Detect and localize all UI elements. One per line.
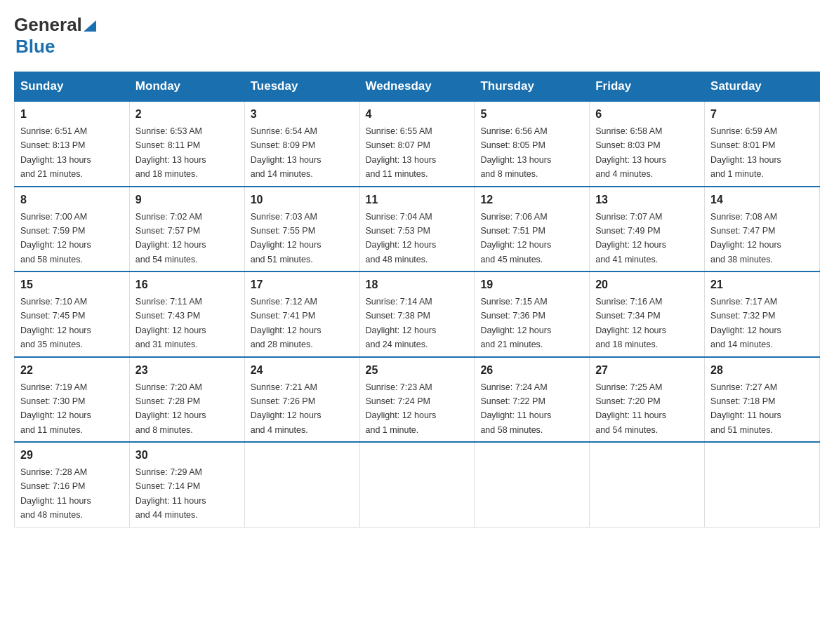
- day-info: Sunrise: 7:19 AMSunset: 7:30 PMDaylight:…: [20, 382, 91, 435]
- calendar-cell: 20 Sunrise: 7:16 AMSunset: 7:34 PMDaylig…: [590, 271, 705, 357]
- calendar-header-monday: Monday: [129, 72, 244, 102]
- day-info: Sunrise: 7:27 AMSunset: 7:18 PMDaylight:…: [710, 382, 781, 435]
- day-number: 17: [251, 276, 354, 293]
- day-info: Sunrise: 7:28 AMSunset: 7:16 PMDaylight:…: [20, 467, 91, 520]
- calendar-cell: 9 Sunrise: 7:02 AMSunset: 7:57 PMDayligh…: [129, 187, 244, 272]
- calendar-cell: [590, 442, 705, 527]
- day-number: 13: [595, 192, 699, 208]
- calendar-cell: 5 Sunrise: 6:56 AMSunset: 8:05 PMDayligh…: [475, 101, 590, 187]
- day-number: 27: [595, 362, 699, 379]
- day-info: Sunrise: 6:55 AMSunset: 8:07 PMDaylight:…: [366, 126, 437, 179]
- day-info: Sunrise: 7:11 AMSunset: 7:43 PMDaylight:…: [135, 297, 206, 349]
- calendar-cell: 29 Sunrise: 7:28 AMSunset: 7:16 PMDaylig…: [15, 442, 130, 527]
- logo-triangle-icon: [82, 18, 98, 33]
- day-number: 22: [20, 362, 124, 379]
- calendar-cell: 12 Sunrise: 7:06 AMSunset: 7:51 PMDaylig…: [475, 187, 590, 272]
- day-number: 23: [135, 362, 239, 379]
- calendar-header-tuesday: Tuesday: [244, 72, 359, 102]
- day-number: 28: [710, 362, 814, 379]
- day-info: Sunrise: 7:24 AMSunset: 7:22 PMDaylight:…: [480, 382, 551, 435]
- day-number: 16: [135, 276, 239, 293]
- calendar-cell: [359, 442, 475, 527]
- calendar-cell: 26 Sunrise: 7:24 AMSunset: 7:22 PMDaylig…: [475, 357, 590, 443]
- calendar-cell: 30 Sunrise: 7:29 AMSunset: 7:14 PMDaylig…: [129, 442, 244, 527]
- logo-wordmark: General Blue: [14, 14, 98, 58]
- logo: General Blue: [14, 14, 98, 58]
- day-info: Sunrise: 7:12 AMSunset: 7:41 PMDaylight:…: [251, 297, 322, 349]
- day-info: Sunrise: 7:23 AMSunset: 7:24 PMDaylight:…: [366, 382, 437, 435]
- calendar-cell: 11 Sunrise: 7:04 AMSunset: 7:53 PMDaylig…: [359, 187, 475, 272]
- calendar-cell: 15 Sunrise: 7:10 AMSunset: 7:45 PMDaylig…: [15, 271, 130, 357]
- logo-blue: Blue: [15, 36, 55, 57]
- calendar-cell: 14 Sunrise: 7:08 AMSunset: 7:47 PMDaylig…: [705, 187, 820, 272]
- day-number: 12: [480, 192, 583, 208]
- calendar-cell: 16 Sunrise: 7:11 AMSunset: 7:43 PMDaylig…: [129, 271, 244, 357]
- calendar-header-thursday: Thursday: [475, 72, 590, 102]
- day-number: 11: [366, 192, 469, 208]
- day-info: Sunrise: 7:06 AMSunset: 7:51 PMDaylight:…: [480, 212, 551, 264]
- calendar-cell: [475, 442, 590, 527]
- day-info: Sunrise: 7:29 AMSunset: 7:14 PMDaylight:…: [135, 467, 206, 520]
- calendar-cell: 13 Sunrise: 7:07 AMSunset: 7:49 PMDaylig…: [590, 187, 705, 272]
- calendar-cell: 27 Sunrise: 7:25 AMSunset: 7:20 PMDaylig…: [590, 357, 705, 443]
- day-info: Sunrise: 7:25 AMSunset: 7:20 PMDaylight:…: [595, 382, 666, 435]
- day-number: 18: [366, 276, 469, 293]
- day-number: 1: [20, 106, 124, 123]
- day-number: 24: [251, 362, 354, 379]
- calendar-week-row: 29 Sunrise: 7:28 AMSunset: 7:16 PMDaylig…: [15, 442, 820, 527]
- calendar-cell: 1 Sunrise: 6:51 AMSunset: 8:13 PMDayligh…: [15, 101, 130, 187]
- calendar-week-row: 15 Sunrise: 7:10 AMSunset: 7:45 PMDaylig…: [15, 271, 820, 357]
- day-number: 6: [595, 106, 699, 123]
- logo-general: General: [14, 14, 82, 36]
- day-number: 14: [710, 192, 814, 208]
- day-info: Sunrise: 6:56 AMSunset: 8:05 PMDaylight:…: [480, 126, 551, 179]
- day-info: Sunrise: 7:17 AMSunset: 7:32 PMDaylight:…: [710, 297, 781, 349]
- day-number: 25: [366, 362, 469, 379]
- calendar-cell: 25 Sunrise: 7:23 AMSunset: 7:24 PMDaylig…: [359, 357, 475, 443]
- calendar-cell: 2 Sunrise: 6:53 AMSunset: 8:11 PMDayligh…: [129, 101, 244, 187]
- day-info: Sunrise: 6:54 AMSunset: 8:09 PMDaylight:…: [251, 126, 322, 179]
- day-info: Sunrise: 7:21 AMSunset: 7:26 PMDaylight:…: [251, 382, 322, 435]
- day-number: 2: [135, 106, 239, 123]
- calendar-cell: 3 Sunrise: 6:54 AMSunset: 8:09 PMDayligh…: [244, 101, 359, 187]
- day-info: Sunrise: 6:51 AMSunset: 8:13 PMDaylight:…: [20, 126, 91, 179]
- calendar-header-wednesday: Wednesday: [359, 72, 475, 102]
- calendar-cell: 22 Sunrise: 7:19 AMSunset: 7:30 PMDaylig…: [15, 357, 130, 443]
- day-info: Sunrise: 7:15 AMSunset: 7:36 PMDaylight:…: [480, 297, 551, 349]
- day-info: Sunrise: 7:14 AMSunset: 7:38 PMDaylight:…: [366, 297, 437, 349]
- day-number: 10: [251, 192, 354, 208]
- day-number: 29: [20, 447, 124, 464]
- calendar-cell: 4 Sunrise: 6:55 AMSunset: 8:07 PMDayligh…: [359, 101, 475, 187]
- calendar-cell: 6 Sunrise: 6:58 AMSunset: 8:03 PMDayligh…: [590, 101, 705, 187]
- calendar-cell: 17 Sunrise: 7:12 AMSunset: 7:41 PMDaylig…: [244, 271, 359, 357]
- day-info: Sunrise: 7:02 AMSunset: 7:57 PMDaylight:…: [135, 212, 206, 264]
- calendar-week-row: 8 Sunrise: 7:00 AMSunset: 7:59 PMDayligh…: [15, 187, 820, 272]
- calendar-cell: 18 Sunrise: 7:14 AMSunset: 7:38 PMDaylig…: [359, 271, 475, 357]
- day-info: Sunrise: 7:10 AMSunset: 7:45 PMDaylight:…: [20, 297, 91, 349]
- day-info: Sunrise: 6:59 AMSunset: 8:01 PMDaylight:…: [710, 126, 781, 179]
- calendar-cell: 24 Sunrise: 7:21 AMSunset: 7:26 PMDaylig…: [244, 357, 359, 443]
- calendar-cell: 7 Sunrise: 6:59 AMSunset: 8:01 PMDayligh…: [705, 101, 820, 187]
- day-info: Sunrise: 7:03 AMSunset: 7:55 PMDaylight:…: [251, 212, 322, 264]
- day-number: 26: [480, 362, 583, 379]
- day-number: 21: [710, 276, 814, 293]
- day-number: 7: [710, 106, 814, 123]
- day-info: Sunrise: 7:20 AMSunset: 7:28 PMDaylight:…: [135, 382, 206, 435]
- day-number: 5: [480, 106, 583, 123]
- day-info: Sunrise: 6:53 AMSunset: 8:11 PMDaylight:…: [135, 126, 206, 179]
- page-header: General Blue: [14, 14, 820, 58]
- day-number: 3: [251, 106, 354, 123]
- day-info: Sunrise: 7:07 AMSunset: 7:49 PMDaylight:…: [595, 212, 666, 264]
- day-info: Sunrise: 7:00 AMSunset: 7:59 PMDaylight:…: [20, 212, 91, 264]
- calendar-header-sunday: Sunday: [15, 72, 130, 102]
- day-number: 9: [135, 192, 239, 208]
- calendar-cell: 28 Sunrise: 7:27 AMSunset: 7:18 PMDaylig…: [705, 357, 820, 443]
- calendar-week-row: 22 Sunrise: 7:19 AMSunset: 7:30 PMDaylig…: [15, 357, 820, 443]
- calendar-header-saturday: Saturday: [705, 72, 820, 102]
- day-number: 4: [366, 106, 469, 123]
- day-info: Sunrise: 7:04 AMSunset: 7:53 PMDaylight:…: [366, 212, 437, 264]
- svg-marker-0: [84, 20, 96, 32]
- calendar-cell: [244, 442, 359, 527]
- day-number: 8: [20, 192, 124, 208]
- calendar-cell: 8 Sunrise: 7:00 AMSunset: 7:59 PMDayligh…: [15, 187, 130, 272]
